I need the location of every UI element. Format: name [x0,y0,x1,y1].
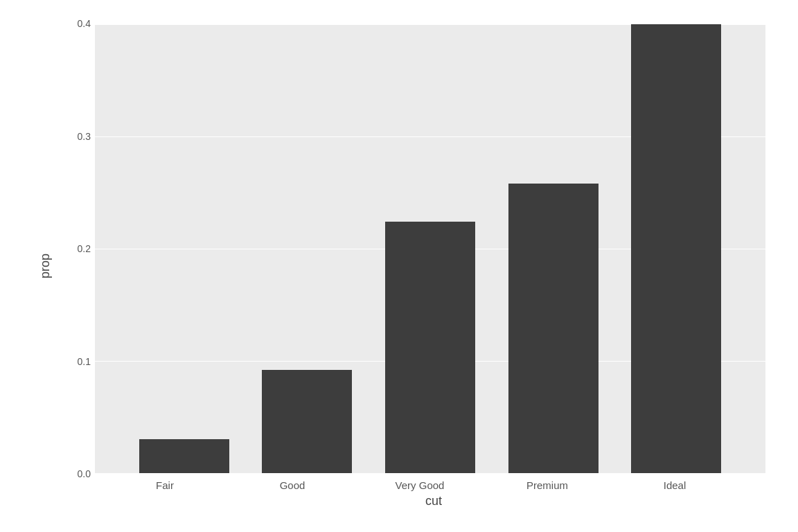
bar-fair [139,439,229,473]
bar-group-premium [492,24,615,473]
bar-group-very-good [369,24,492,473]
x-tick-ideal: Ideal [611,479,738,491]
x-tick-premium: Premium [484,479,611,491]
x-tick-very-good: Very Good [356,479,484,491]
chart-wrapper: prop 0.4 0.3 0.2 0.1 0.0 [32,24,766,508]
plot-area [94,24,766,474]
y-tick-03: 0.3 [78,131,91,142]
y-tick-02: 0.2 [78,243,91,254]
bar-good [262,370,352,473]
y-tick-01: 0.1 [78,356,91,367]
y-tick-00: 0.0 [78,468,91,479]
x-tick-good: Good [229,479,356,491]
x-tick-fair: Fair [101,479,229,491]
bar-group-fair [123,24,246,473]
bar-premium [508,184,598,473]
chart-container: prop 0.4 0.3 0.2 0.1 0.0 [0,0,798,532]
chart-area: prop 0.4 0.3 0.2 0.1 0.0 [32,24,766,508]
bar-ideal [631,24,721,473]
y-tick-04: 0.4 [78,18,91,29]
x-axis-label: cut [60,491,766,508]
bar-very-good [385,222,475,473]
bars-container [95,24,765,473]
grid-line-00 [95,473,765,474]
x-axis-ticks: Fair Good Very Good Premium Ideal [60,474,766,491]
bar-group-good [246,24,369,473]
y-axis-label: prop [32,24,53,508]
bar-group-ideal [614,24,738,473]
